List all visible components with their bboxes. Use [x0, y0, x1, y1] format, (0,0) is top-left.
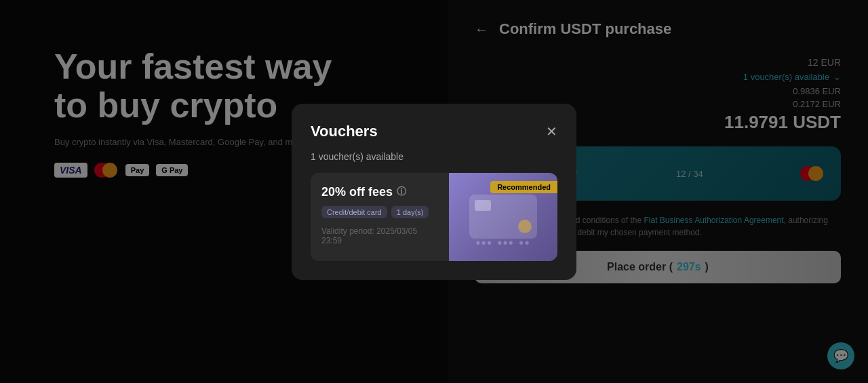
voucher-blurred-text: ••• ••• •• [476, 236, 530, 250]
vouchers-modal: Vouchers ✕ 1 voucher(s) available 20% of… [292, 104, 576, 280]
modal-title: Vouchers [311, 123, 378, 140]
voucher-image-area: Recommended ••• ••• •• [449, 173, 557, 261]
voucher-card-graphic [469, 195, 537, 239]
voucher-tag-duration: 1 day(s) [391, 206, 429, 218]
info-icon: ⓘ [397, 186, 406, 198]
voucher-card[interactable]: 20% off fees ⓘ Credit/debit card 1 day(s… [311, 173, 557, 261]
voucher-tags: Credit/debit card 1 day(s) [321, 206, 438, 218]
voucher-info: 20% off fees ⓘ Credit/debit card 1 day(s… [311, 173, 449, 261]
modal-close-button[interactable]: ✕ [546, 125, 557, 138]
modal-overlay[interactable]: Vouchers ✕ 1 voucher(s) available 20% of… [0, 0, 868, 383]
modal-header: Vouchers ✕ [311, 123, 557, 140]
voucher-validity: Validity period: 2025/03/05 23:59 [321, 226, 438, 245]
voucher-tag-card: Credit/debit card [321, 206, 387, 218]
recommended-badge: Recommended [490, 181, 557, 193]
voucher-discount-title: 20% off fees ⓘ [321, 185, 438, 199]
modal-subtitle: 1 voucher(s) available [311, 151, 557, 162]
